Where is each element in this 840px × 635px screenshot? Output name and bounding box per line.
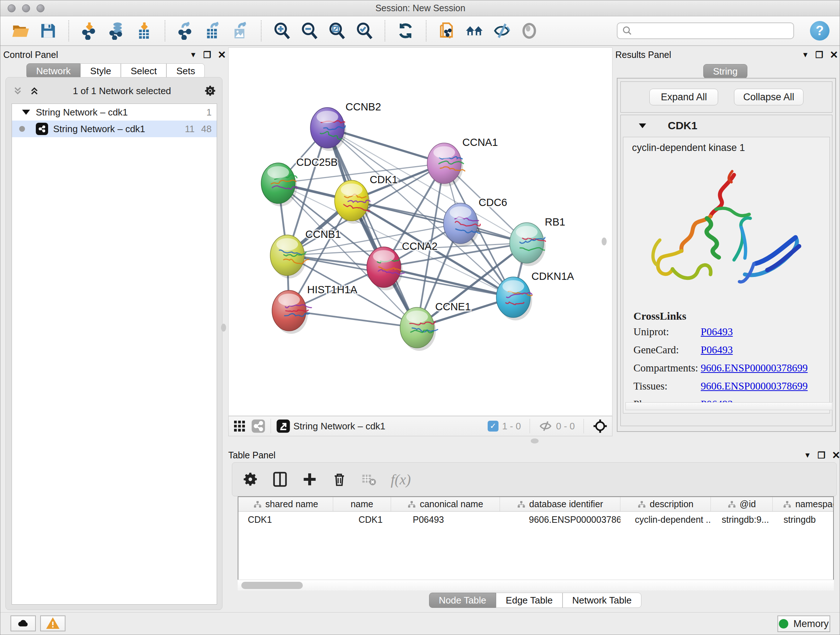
collection-expand-icon[interactable] <box>22 110 30 115</box>
tab-style[interactable]: Style <box>80 63 121 79</box>
column-header[interactable]: description <box>621 497 711 511</box>
panel-close-icon[interactable]: ✕ <box>832 449 840 461</box>
grid-view-icon[interactable] <box>233 420 246 432</box>
crosslink-label: Compartments: <box>633 362 701 374</box>
open-session-icon[interactable] <box>11 21 30 40</box>
zoom-fit-icon[interactable] <box>327 21 346 40</box>
panel-float-icon[interactable]: ❐ <box>815 50 823 60</box>
import-database-icon[interactable] <box>107 21 126 40</box>
panel-menu-icon[interactable]: ▼ <box>802 51 809 59</box>
panel-close-icon[interactable]: ✕ <box>830 49 838 61</box>
crosslink-compartments-link[interactable]: 9606.ENSP00000378699 <box>701 362 808 374</box>
expand-all-button[interactable]: Expand All <box>649 89 718 105</box>
import-network-icon[interactable] <box>80 21 99 40</box>
tab-network[interactable]: Network <box>27 63 80 79</box>
export-image-icon[interactable] <box>231 21 250 40</box>
panel-menu-icon[interactable]: ▼ <box>804 451 811 459</box>
crosslink-label: GeneCard: <box>633 344 701 356</box>
network-row[interactable]: String Network – cdk1 11 48 <box>12 120 217 137</box>
tab-string[interactable]: String <box>703 64 747 79</box>
tab-select[interactable]: Select <box>121 63 166 79</box>
hidden-counts: 0 - 0 <box>556 421 575 432</box>
help-icon[interactable]: ? <box>810 21 829 41</box>
warnings-button[interactable] <box>40 616 65 631</box>
results-scrollbar[interactable] <box>625 402 832 410</box>
network-edge[interactable] <box>289 310 417 328</box>
open-in-window-icon[interactable] <box>276 419 291 433</box>
collapse-all-chevron-icon[interactable] <box>12 86 23 96</box>
control-panel-title: Control Panel <box>3 50 58 60</box>
selected-checkbox-icon[interactable]: ✓ <box>488 421 499 432</box>
gear-icon[interactable] <box>204 85 216 97</box>
table-horizontal-scrollbar[interactable] <box>238 580 834 591</box>
collapse-all-button[interactable]: Collapse All <box>734 89 803 105</box>
column-header[interactable]: canonical name <box>391 497 500 511</box>
column-header[interactable]: @id <box>711 497 773 511</box>
network-edge[interactable] <box>384 267 513 297</box>
expand-all-chevron-icon[interactable] <box>29 86 40 96</box>
panel-float-icon[interactable]: ❐ <box>818 450 826 461</box>
home-pair-icon[interactable] <box>465 21 484 40</box>
refresh-icon[interactable] <box>396 21 415 40</box>
tab-node-table[interactable]: Node Table <box>429 593 496 608</box>
export-network-icon[interactable] <box>176 21 195 40</box>
delete-column-icon[interactable] <box>332 471 347 487</box>
table-settings-gear-icon[interactable] <box>242 471 258 487</box>
network-node-ccnb2[interactable]: CCNB2 <box>310 101 381 151</box>
network-node-rb1[interactable]: RB1 <box>510 216 565 266</box>
window-minimize-icon[interactable] <box>22 4 30 12</box>
add-column-icon[interactable] <box>302 471 317 487</box>
memory-button[interactable]: Memory <box>777 616 830 632</box>
table-row[interactable]: CDK1 CDK1 P06493 9606.ENSP00000378699 cy… <box>238 511 833 527</box>
function-builder-icon[interactable]: f(x) <box>391 471 411 488</box>
network-node-hist1h1a[interactable]: HIST1H1A <box>272 284 357 334</box>
column-header[interactable]: name <box>333 497 391 511</box>
tab-network-table[interactable]: Network Table <box>562 593 641 608</box>
column-header[interactable]: shared name <box>238 497 333 511</box>
show-all-icon[interactable] <box>520 21 538 40</box>
zoom-in-icon[interactable] <box>272 21 291 40</box>
crosslink-uniprot-link[interactable]: P06493 <box>701 326 733 338</box>
network-node-cdkn1a[interactable]: CDKN1A <box>496 271 574 320</box>
right-splitter-handle[interactable] <box>602 238 607 245</box>
selected-counts: 1 - 0 <box>502 421 521 432</box>
scrollbar-thumb[interactable] <box>241 582 303 589</box>
network-edge[interactable] <box>327 128 417 328</box>
window-zoom-icon[interactable] <box>36 4 44 12</box>
show-columns-icon[interactable] <box>272 471 288 487</box>
tab-sets[interactable]: Sets <box>166 63 205 79</box>
crosslink-genecard-link[interactable]: P06493 <box>701 344 733 356</box>
network-node-ccna1[interactable]: CCNA1 <box>427 136 498 187</box>
cloud-status-button[interactable] <box>11 616 36 631</box>
tab-edge-table[interactable]: Edge Table <box>496 593 562 608</box>
network-node-cdc25b[interactable]: CDC25B <box>261 157 338 206</box>
network-share-icon[interactable] <box>251 419 265 433</box>
gene-collapse-icon[interactable] <box>639 124 646 128</box>
import-table-icon[interactable] <box>135 21 154 40</box>
birds-eye-view-icon[interactable] <box>592 418 608 434</box>
export-table-icon[interactable] <box>204 21 223 40</box>
network-collection-row[interactable]: String Network – cdk1 1 <box>12 104 217 120</box>
network-node-cdc6[interactable]: CDC6 <box>444 196 507 247</box>
panel-float-icon[interactable]: ❐ <box>203 50 211 60</box>
delete-table-icon[interactable] <box>361 471 377 487</box>
left-splitter-handle[interactable] <box>221 324 226 332</box>
crosslink-tissues-link[interactable]: 9606.ENSP00000378699 <box>701 380 808 392</box>
network-canvas[interactable]: CCNB2CCNA1CDC25BCDK1CDC6RB1CCNB1CCNA2CDK… <box>228 48 613 416</box>
network-node-ccne1[interactable]: CCNE1 <box>400 301 471 351</box>
panel-menu-icon[interactable]: ▼ <box>189 51 197 59</box>
zoom-out-icon[interactable] <box>300 21 319 40</box>
zoom-selected-icon[interactable] <box>355 21 374 40</box>
panel-close-icon[interactable]: ✕ <box>218 49 226 61</box>
annotation-icon[interactable] <box>437 21 456 40</box>
column-header[interactable]: database identifier <box>500 497 621 511</box>
search-field[interactable] <box>617 22 794 39</box>
hide-selection-icon[interactable] <box>493 21 511 40</box>
search-input[interactable] <box>636 26 788 36</box>
network-selection-summary: 1 of 1 Network selected <box>40 86 204 97</box>
title-bar: Session: New Session <box>0 0 840 16</box>
save-session-icon[interactable] <box>39 21 57 40</box>
column-header[interactable]: namespace <box>773 497 834 511</box>
window-close-icon[interactable] <box>8 4 16 12</box>
bottom-splitter-handle[interactable] <box>531 439 538 443</box>
